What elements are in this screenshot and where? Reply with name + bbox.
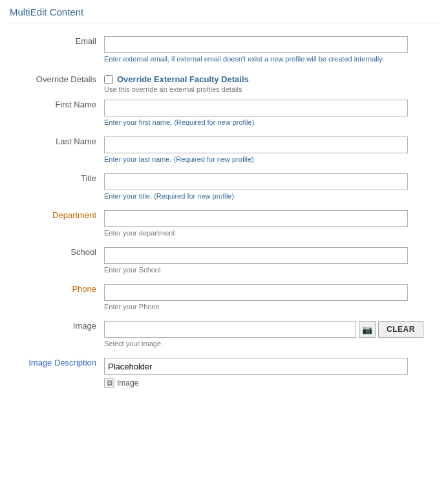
first-name-label: First Name [10,94,100,131]
title-input[interactable] [104,173,408,190]
image-placeholder-text: Image [117,378,138,388]
school-label: School [10,242,100,279]
override-checkbox[interactable] [104,75,113,84]
email-row: Email Enter external email, if external … [10,31,438,68]
school-input-cell: Enter your School [100,242,438,279]
image-row: Image 📷 CLEAR Select your image. [10,316,438,353]
title-input-cell: Enter your title. (Required for new prof… [100,168,438,205]
last-name-label: Last Name [10,131,100,168]
department-input-cell: Enter your department [100,205,438,242]
override-cell: Override External Faculty Details Use th… [100,68,438,94]
phone-input[interactable] [104,284,408,301]
phone-label: Phone [10,279,100,316]
image-hint: Select your image. [104,340,434,347]
first-name-hint: Enter your first name. (Required for new… [104,118,434,126]
department-row: Department Enter your department [10,205,438,242]
school-row: School Enter your School [10,242,438,279]
image-browse-button[interactable]: 📷 [359,321,376,338]
image-browse-icon: 📷 [362,325,372,334]
school-input[interactable] [104,247,408,264]
image-icon: 🖼 [104,378,114,388]
form-table: Email Enter external email, if external … [10,31,438,393]
image-input-wrapper: 📷 CLEAR [104,321,434,338]
image-description-label: Image Description [10,353,100,393]
first-name-input[interactable] [104,100,408,116]
title-label: Title [10,168,100,205]
school-hint: Enter your School [104,266,434,274]
image-description-row: Image Description 🖼 Image [10,353,438,393]
first-name-input-cell: Enter your first name. (Required for new… [100,94,438,131]
override-label: Override Details [10,68,100,94]
clear-button[interactable]: CLEAR [378,321,423,338]
phone-hint: Enter your Phone [104,303,434,311]
email-input[interactable] [104,36,408,53]
first-name-row: First Name Enter your first name. (Requi… [10,94,438,131]
title-row: Title Enter your title. (Required for ne… [10,168,438,205]
image-description-cell: 🖼 Image [100,353,438,393]
page-title: MultiEdit Content [10,6,438,23]
image-placeholder-row: 🖼 Image [104,378,434,388]
email-input-cell: Enter external email, if external email … [100,31,438,68]
override-checkbox-label: Override External Faculty Details [117,74,249,84]
last-name-input-cell: Enter your last name. (Required for new … [100,131,438,168]
image-label: Image [10,316,100,353]
email-hint: Enter external email, if external email … [104,55,434,63]
last-name-row: Last Name Enter your last name. (Require… [10,131,438,168]
last-name-input[interactable] [104,137,408,153]
image-input-cell: 📷 CLEAR Select your image. [100,316,438,353]
image-description-input[interactable] [104,358,408,375]
override-row: Override Details Override External Facul… [10,68,438,94]
department-hint: Enter your department [104,229,434,237]
title-hint: Enter your title. (Required for new prof… [104,192,434,200]
department-input[interactable] [104,210,408,227]
last-name-hint: Enter your last name. (Required for new … [104,155,434,163]
image-text-input[interactable] [104,321,356,338]
department-label: Department [10,205,100,242]
override-wrapper: Override External Faculty Details [104,74,434,84]
override-hint: Use this override an external profiles d… [104,85,434,93]
phone-input-cell: Enter your Phone [100,279,438,316]
phone-row: Phone Enter your Phone [10,279,438,316]
email-label: Email [10,31,100,68]
